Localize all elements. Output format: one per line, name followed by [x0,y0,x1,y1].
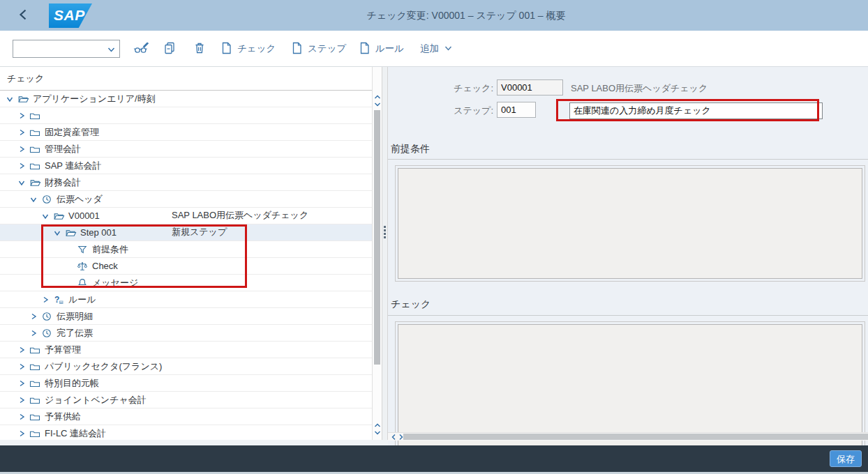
scroll-up-icon[interactable] [373,421,382,429]
clock-icon [41,194,53,205]
tree-row[interactable]: 固定資産管理 [0,124,372,141]
clock-icon [41,311,53,322]
tree-row[interactable]: 伝票明細 [0,308,372,325]
footer-bar: 保存 [0,445,868,472]
folder-icon [29,361,41,372]
tree-row[interactable]: ?ルール [0,291,372,308]
folder-icon [29,144,41,155]
tree-row[interactable] [0,107,372,124]
display-change-icon [133,40,149,57]
tree-item: ジョイントベンチャ会計 [0,392,167,408]
chevron-down-icon[interactable] [41,212,51,220]
tree-item: 伝票ヘッダ [0,191,167,207]
delete-button[interactable] [190,40,209,57]
chevron-right-icon[interactable] [17,145,27,153]
tree-item: Step 001 [0,224,167,240]
tree-item: 財務会計 [0,174,167,190]
tree-item [0,107,167,123]
step-description-input[interactable] [569,102,823,119]
chevron-down-icon[interactable] [17,178,27,187]
tree-row[interactable]: 特別目的元帳 [0,375,372,392]
tree-item: SAP 連結会計 [0,158,167,174]
chevron-down-icon[interactable] [6,95,15,103]
chevron-down-icon[interactable] [107,45,116,56]
tree-rows: アプリケーションエリア/時刻固定資産管理管理会計SAP 連結会計財務会計伝票ヘッ… [0,91,372,440]
copy-button[interactable] [160,40,179,57]
chevron-down-icon[interactable] [29,195,39,204]
tree-item-label: 固定資産管理 [45,126,99,139]
detail-horizontal-scrollbar[interactable] [388,432,868,441]
tree-row[interactable]: メッセージ [0,275,372,291]
tree-vertical-scrollbar[interactable] [372,67,382,440]
tree-item-label: メッセージ [92,277,138,289]
tree-item: 完了伝票 [0,325,167,341]
tree-item-label: Check [92,261,118,271]
tree-row[interactable]: 予算管理 [0,342,372,358]
chevron-right-icon[interactable] [17,396,27,404]
scroll-down-icon[interactable] [373,100,382,108]
panel-splitter[interactable] [382,67,388,440]
tree-row[interactable]: V00001SAP LABO用伝票ヘッダチェック [0,208,372,224]
page-title: チェック変更: V00001 – ステップ 001 – 概要 [0,0,868,31]
tree-row[interactable]: Check [0,258,372,275]
splitter-grip-icon [384,226,386,238]
shell-header: SAP チェック変更: V00001 – ステップ 001 – 概要 [0,0,868,31]
command-combobox[interactable] [13,40,120,58]
scale-icon [77,261,89,272]
tree-row[interactable]: 完了伝票 [0,325,372,342]
tree-item-label: 伝票ヘッダ [57,193,103,206]
tree-item-value: 新規ステップ [172,224,227,240]
create-check-button[interactable]: チェック [220,40,276,57]
create-step-button[interactable]: ステップ [291,40,346,57]
display-change-button[interactable] [132,40,150,57]
check-id-field[interactable] [497,79,563,95]
scroll-left-icon[interactable] [389,434,397,441]
scroll-up-icon[interactable] [373,93,382,100]
chevron-right-icon[interactable] [17,128,27,137]
tree-row[interactable]: アプリケーションエリア/時刻 [0,91,372,107]
tree-row[interactable]: ジョイントベンチャ会計 [0,392,372,408]
step-number-field[interactable] [497,102,536,118]
chevron-right-icon[interactable] [17,362,27,371]
tree-item-label: 管理会計 [45,143,81,155]
folder-icon [29,344,41,356]
chevron-right-icon[interactable] [17,112,27,120]
create-rule-button[interactable]: ルール [359,40,404,57]
chevron-right-icon[interactable] [17,379,27,388]
tree-row[interactable]: SAP 連結会計 [0,158,372,174]
tree-row[interactable]: 管理会計 [0,141,372,158]
tree-row[interactable]: パブリックセクタ(フランス) [0,358,372,375]
chevron-right-icon[interactable] [17,413,27,421]
tree-row[interactable]: Step 001新規ステップ [0,224,372,241]
chevron-right-icon[interactable] [17,346,27,354]
chevron-right-icon[interactable] [29,329,39,337]
tree-item-label: 予算管理 [45,344,81,356]
application-toolbar: チェック ステップ ルール 追加 [0,31,868,67]
add-menu-button[interactable]: 追加 [420,40,453,57]
trash-icon [193,41,207,57]
tree-item-label: V00001 [68,211,100,221]
scrollbar-thumb[interactable] [403,434,868,440]
chevron-right-icon[interactable] [29,312,39,321]
tree-item-label: 完了伝票 [57,327,93,339]
chevron-right-icon[interactable] [41,296,51,304]
tree-row[interactable]: 伝票ヘッダ [0,191,372,208]
chevron-down-icon[interactable] [53,229,63,237]
check-description-text: SAP LABO用伝票ヘッダチェック [571,82,708,95]
chevron-right-icon[interactable] [17,429,27,438]
tree-item-label: 財務会計 [45,176,81,189]
tree-row[interactable]: 予算供給 [0,408,372,425]
chevron-right-icon[interactable] [17,162,27,170]
tree-row[interactable]: 財務会計 [0,174,372,191]
tree-row[interactable]: 前提条件 [0,241,372,258]
prerequisite-section-title: 前提条件 [391,143,430,155]
folder-open-icon [17,93,29,105]
folder-open-icon [65,227,77,238]
clock-icon [41,328,53,339]
scrollbar-thumb[interactable] [374,110,380,365]
tree-item-label: 特別目的元帳 [45,377,99,390]
command-input[interactable] [15,42,104,56]
save-button[interactable]: 保存 [830,450,862,467]
scroll-down-icon[interactable] [373,429,382,436]
tree-row[interactable]: FI-LC 連結会計 [0,425,372,440]
